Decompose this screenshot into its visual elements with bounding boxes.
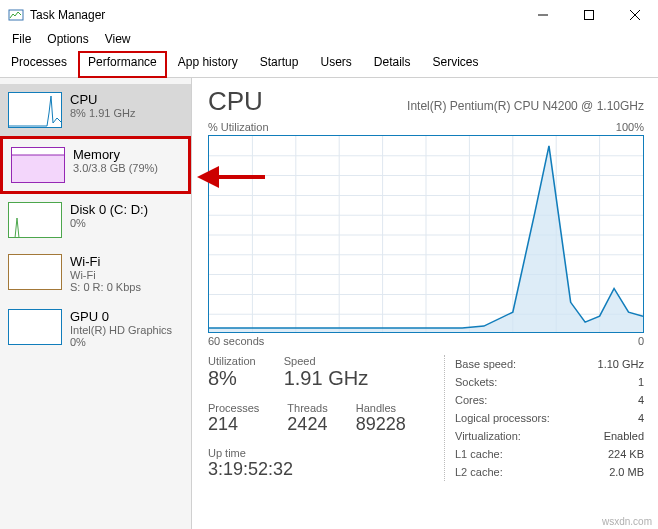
virtualization-value: Enabled <box>604 427 644 445</box>
sidebar-disk-sub: 0% <box>70 217 148 229</box>
sidebar: CPU 8% 1.91 GHz Memory 3.0/3.8 GB (79%) … <box>0 78 192 529</box>
sidebar-memory-label: Memory <box>73 147 158 162</box>
cores-label: Cores: <box>455 391 487 409</box>
svg-rect-2 <box>585 11 594 20</box>
menu-bar: File Options View <box>0 30 658 50</box>
window-title: Task Manager <box>30 8 520 22</box>
disk-thumb-icon <box>8 202 62 238</box>
sidebar-gpu-sub2: 0% <box>70 336 172 348</box>
minimize-button[interactable] <box>520 0 566 30</box>
app-icon <box>8 7 24 23</box>
tab-users[interactable]: Users <box>309 50 362 77</box>
watermark: wsxdn.com <box>602 516 652 527</box>
wifi-thumb-icon <box>8 254 62 290</box>
l2-label: L2 cache: <box>455 463 503 481</box>
sidebar-wifi-label: Wi-Fi <box>70 254 141 269</box>
utilization-value: 8% <box>208 367 256 390</box>
menu-view[interactable]: View <box>97 30 139 50</box>
processes-label: Processes <box>208 402 259 414</box>
sidebar-item-disk[interactable]: Disk 0 (C: D:) 0% <box>0 194 191 246</box>
speed-value: 1.91 GHz <box>284 367 368 390</box>
sidebar-gpu-label: GPU 0 <box>70 309 172 324</box>
sidebar-item-cpu[interactable]: CPU 8% 1.91 GHz <box>0 84 191 136</box>
tab-performance[interactable]: Performance <box>78 51 167 78</box>
l1-value: 224 KB <box>608 445 644 463</box>
maximize-button[interactable] <box>566 0 612 30</box>
base-speed-value: 1.10 GHz <box>598 355 644 373</box>
threads-label: Threads <box>287 402 327 414</box>
content-area: CPU 8% 1.91 GHz Memory 3.0/3.8 GB (79%) … <box>0 78 658 529</box>
svg-rect-5 <box>12 155 65 183</box>
menu-file[interactable]: File <box>4 30 39 50</box>
utilization-chart <box>208 135 644 333</box>
sidebar-disk-label: Disk 0 (C: D:) <box>70 202 148 217</box>
sidebar-item-gpu[interactable]: GPU 0 Intel(R) HD Graphics 0% <box>0 301 191 356</box>
handles-label: Handles <box>356 402 406 414</box>
chart-label-br: 0 <box>638 335 644 347</box>
sidebar-memory-sub: 3.0/3.8 GB (79%) <box>73 162 158 174</box>
page-title: CPU <box>208 86 263 117</box>
utilization-label: Utilization <box>208 355 256 367</box>
l1-label: L1 cache: <box>455 445 503 463</box>
handles-value: 89228 <box>356 414 406 435</box>
speed-label: Speed <box>284 355 368 367</box>
sidebar-item-memory[interactable]: Memory 3.0/3.8 GB (79%) <box>0 136 191 194</box>
processes-value: 214 <box>208 414 259 435</box>
sidebar-gpu-sub1: Intel(R) HD Graphics <box>70 324 172 336</box>
l2-value: 2.0 MB <box>609 463 644 481</box>
menu-options[interactable]: Options <box>39 30 96 50</box>
title-bar: Task Manager <box>0 0 658 30</box>
device-name: Intel(R) Pentium(R) CPU N4200 @ 1.10GHz <box>407 99 644 113</box>
close-button[interactable] <box>612 0 658 30</box>
sidebar-cpu-label: CPU <box>70 92 135 107</box>
sidebar-wifi-sub1: Wi-Fi <box>70 269 141 281</box>
sockets-value: 1 <box>638 373 644 391</box>
base-speed-label: Base speed: <box>455 355 516 373</box>
chart-label-bl: 60 seconds <box>208 335 264 347</box>
chart-label-left: % Utilization <box>208 121 269 133</box>
sidebar-item-wifi[interactable]: Wi-Fi Wi-Fi S: 0 R: 0 Kbps <box>0 246 191 301</box>
chart-label-right: 100% <box>616 121 644 133</box>
window-controls <box>520 0 658 30</box>
logical-value: 4 <box>638 409 644 427</box>
threads-value: 2424 <box>287 414 327 435</box>
tab-startup[interactable]: Startup <box>249 50 310 77</box>
cpu-thumb-icon <box>8 92 62 128</box>
sockets-label: Sockets: <box>455 373 497 391</box>
tab-app-history[interactable]: App history <box>167 50 249 77</box>
gpu-thumb-icon <box>8 309 62 345</box>
main-panel: CPU Intel(R) Pentium(R) CPU N4200 @ 1.10… <box>192 78 658 529</box>
virtualization-label: Virtualization: <box>455 427 521 445</box>
sidebar-wifi-sub2: S: 0 R: 0 Kbps <box>70 281 141 293</box>
tab-details[interactable]: Details <box>363 50 422 77</box>
uptime-label: Up time <box>208 447 436 459</box>
cores-value: 4 <box>638 391 644 409</box>
logical-label: Logical processors: <box>455 409 550 427</box>
uptime-value: 3:19:52:32 <box>208 459 436 480</box>
tab-processes[interactable]: Processes <box>0 50 78 77</box>
tab-services[interactable]: Services <box>422 50 490 77</box>
tab-bar: Processes Performance App history Startu… <box>0 50 658 78</box>
memory-thumb-icon <box>11 147 65 183</box>
sidebar-cpu-sub: 8% 1.91 GHz <box>70 107 135 119</box>
